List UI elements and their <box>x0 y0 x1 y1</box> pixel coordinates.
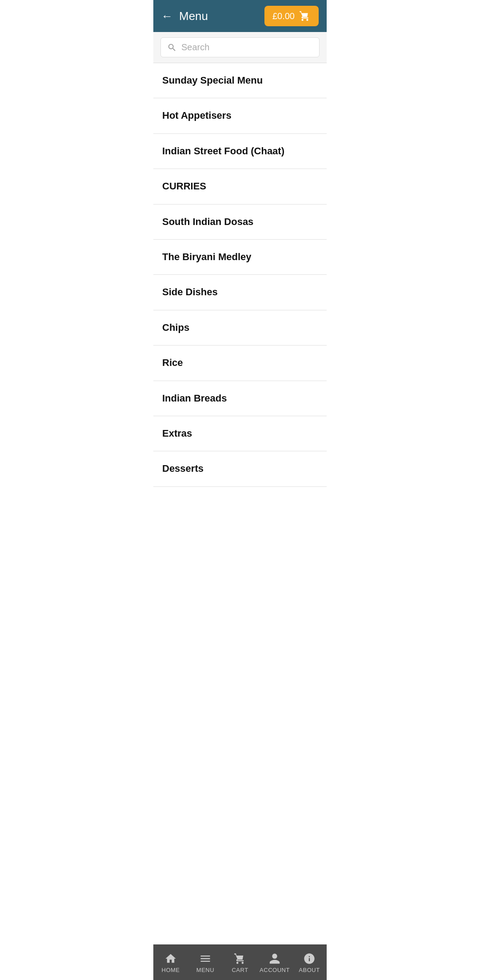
menu-item-label: Extras <box>162 428 192 439</box>
menu-item-label: Hot Appetisers <box>162 110 232 121</box>
cart-nav-icon <box>234 952 246 965</box>
menu-item-label: Indian Breads <box>162 393 227 404</box>
back-arrow-icon: ← <box>161 10 173 22</box>
menu-category-biryani-medley[interactable]: The Biryani Medley <box>153 240 327 275</box>
menu-category-desserts[interactable]: Desserts <box>153 451 327 486</box>
menu-category-list: Sunday Special MenuHot AppetisersIndian … <box>153 63 327 980</box>
search-icon <box>167 43 177 52</box>
menu-category-indian-breads[interactable]: Indian Breads <box>153 381 327 416</box>
account-icon <box>268 952 281 965</box>
menu-item-label: The Biryani Medley <box>162 251 252 262</box>
search-bar <box>153 32 327 63</box>
menu-item-label: Chips <box>162 322 189 333</box>
menu-icon <box>199 952 212 965</box>
menu-item-label: Rice <box>162 357 183 368</box>
nav-label-home: HOME <box>162 967 180 973</box>
menu-item-label: Desserts <box>162 463 204 474</box>
bottom-navigation: HOME MENU CART ACCOUNT ABOUT <box>153 944 327 980</box>
menu-category-rice[interactable]: Rice <box>153 345 327 381</box>
menu-category-south-indian-dosas[interactable]: South Indian Dosas <box>153 205 327 240</box>
nav-label-menu: MENU <box>196 967 214 973</box>
nav-item-cart[interactable]: CART <box>223 952 257 973</box>
menu-category-chips[interactable]: Chips <box>153 310 327 345</box>
menu-item-label: CURRIES <box>162 181 206 192</box>
nav-label-about: ABOUT <box>299 967 320 973</box>
cart-price-button[interactable]: £0.00 <box>264 6 319 26</box>
cart-price-label: £0.00 <box>272 11 295 21</box>
menu-item-label: Sunday Special Menu <box>162 75 263 86</box>
menu-category-indian-street-food[interactable]: Indian Street Food (Chaat) <box>153 134 327 169</box>
nav-item-account[interactable]: ACCOUNT <box>257 952 292 973</box>
home-icon <box>164 952 177 965</box>
menu-category-hot-appetisers[interactable]: Hot Appetisers <box>153 98 327 133</box>
info-icon <box>303 952 316 965</box>
menu-category-extras[interactable]: Extras <box>153 416 327 451</box>
nav-item-menu[interactable]: MENU <box>188 952 223 973</box>
nav-label-account: ACCOUNT <box>260 967 290 973</box>
search-input-wrapper <box>160 37 320 57</box>
search-input[interactable] <box>181 42 313 52</box>
cart-header-icon <box>299 10 311 22</box>
menu-item-label: Side Dishes <box>162 286 218 297</box>
menu-category-side-dishes[interactable]: Side Dishes <box>153 275 327 310</box>
app-header: ← Menu £0.00 <box>153 0 327 32</box>
nav-item-about[interactable]: ABOUT <box>292 952 327 973</box>
back-button[interactable]: ← Menu <box>161 9 208 23</box>
menu-category-sunday-special[interactable]: Sunday Special Menu <box>153 63 327 98</box>
page-title: Menu <box>179 9 208 23</box>
nav-item-home[interactable]: HOME <box>153 952 188 973</box>
menu-category-curries[interactable]: CURRIES <box>153 169 327 204</box>
menu-item-label: Indian Street Food (Chaat) <box>162 145 284 157</box>
nav-label-cart: CART <box>232 967 248 973</box>
menu-item-label: South Indian Dosas <box>162 216 253 227</box>
